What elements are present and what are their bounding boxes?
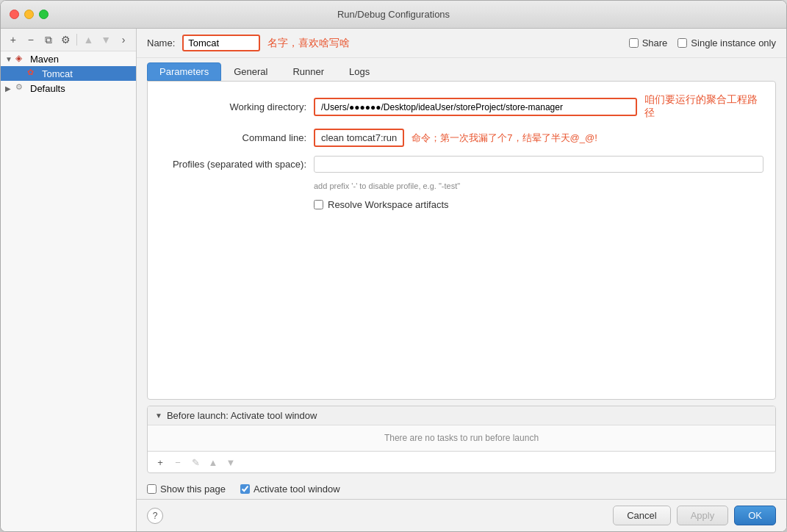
- command-line-input-wrap: clean tomcat7:run: [314, 129, 404, 147]
- name-input-wrap: [182, 35, 260, 51]
- resolve-workspace-label[interactable]: Resolve Workspace artifacts: [328, 199, 449, 210]
- activate-tool-label[interactable]: Activate tool window: [254, 484, 340, 495]
- before-launch-remove-button[interactable]: −: [170, 454, 186, 470]
- maven-icon: ◈: [15, 53, 27, 65]
- name-row: Name: 名字，喜欢啥写啥 Share Single instance onl…: [137, 29, 786, 58]
- ok-button[interactable]: OK: [734, 506, 776, 525]
- sidebar-maven-label: Maven: [30, 54, 59, 65]
- working-directory-input-wrap: [314, 98, 637, 116]
- tab-general[interactable]: General: [221, 62, 280, 81]
- share-checkbox-group: Share: [629, 37, 668, 48]
- before-launch-edit-button[interactable]: ✎: [187, 454, 204, 470]
- window-title: Run/Debug Configurations: [337, 9, 450, 20]
- content-area: Name: 名字，喜欢啥写啥 Share Single instance onl…: [137, 29, 786, 531]
- before-launch-content: There are no tasks to run before launch …: [148, 425, 775, 472]
- sidebar: + − ⧉ ⚙ ▲ ▼ › ▼ ◈ Maven ✿ Tomcat ▶: [1, 29, 137, 531]
- before-launch-toolbar: + − ✎ ▲ ▼: [148, 451, 775, 472]
- single-instance-label[interactable]: Single instance only: [691, 37, 776, 48]
- title-bar: Run/Debug Configurations: [1, 1, 786, 29]
- sidebar-item-defaults[interactable]: ▶ ⚙ Defaults: [1, 81, 136, 96]
- command-line-value: clean tomcat7:run: [321, 132, 397, 143]
- profiles-input[interactable]: [314, 156, 763, 173]
- more-button[interactable]: ›: [115, 32, 132, 48]
- bottom-options: Show this page Activate tool window: [137, 479, 786, 499]
- single-instance-checkbox[interactable]: [678, 38, 687, 48]
- before-launch-section: ▼ Before launch: Activate tool window Th…: [147, 406, 776, 473]
- working-directory-annotation: 咱们要运行的聚合工程路径: [644, 93, 763, 120]
- maximize-button[interactable]: [39, 10, 48, 19]
- sidebar-item-maven[interactable]: ▼ ◈ Maven: [1, 51, 136, 66]
- sidebar-toolbar: + − ⧉ ⚙ ▲ ▼ ›: [1, 29, 136, 51]
- help-button[interactable]: ?: [147, 508, 163, 524]
- add-config-button[interactable]: +: [5, 32, 21, 48]
- close-button[interactable]: [10, 10, 19, 19]
- tab-logs[interactable]: Logs: [337, 62, 382, 81]
- command-line-row: Command line: clean tomcat7:run 命令；第一次我漏…: [159, 129, 763, 147]
- main-layout: + − ⧉ ⚙ ▲ ▼ › ▼ ◈ Maven ✿ Tomcat ▶: [1, 29, 786, 531]
- sidebar-defaults-label: Defaults: [30, 83, 65, 94]
- show-page-checkbox-group: Show this page: [147, 484, 226, 495]
- cancel-button[interactable]: Cancel: [613, 506, 670, 525]
- working-directory-field-group: 咱们要运行的聚合工程路径: [314, 93, 763, 120]
- name-annotation: 名字，喜欢啥写啥: [267, 37, 350, 50]
- minimize-button[interactable]: [24, 10, 34, 19]
- header-checkboxes: Share Single instance only: [629, 37, 776, 48]
- sidebar-separator: [76, 34, 77, 46]
- traffic-lights: [10, 10, 48, 19]
- form-area: Working directory: 咱们要运行的聚合工程路径 Command …: [147, 81, 776, 400]
- show-page-checkbox[interactable]: [147, 484, 157, 494]
- share-checkbox[interactable]: [629, 38, 639, 48]
- working-directory-row: Working directory: 咱们要运行的聚合工程路径: [159, 93, 763, 120]
- apply-button[interactable]: Apply: [677, 506, 729, 525]
- footer: ? Cancel Apply OK: [137, 499, 786, 531]
- settings-config-button[interactable]: ⚙: [58, 32, 74, 48]
- tab-parameters[interactable]: Parameters: [147, 62, 221, 81]
- tab-runner[interactable]: Runner: [280, 62, 337, 81]
- single-instance-checkbox-group: Single instance only: [678, 37, 776, 48]
- before-launch-title: Before launch: Activate tool window: [167, 410, 317, 421]
- profiles-hint: add prefix '-' to disable profile, e.g. …: [159, 181, 763, 190]
- share-label[interactable]: Share: [642, 37, 668, 48]
- before-launch-up-button[interactable]: ▲: [205, 454, 221, 470]
- before-launch-add-button[interactable]: +: [152, 454, 168, 470]
- before-launch-down-button[interactable]: ▼: [223, 454, 239, 470]
- resolve-workspace-row: Resolve Workspace artifacts: [159, 199, 763, 210]
- before-launch-arrow-icon: ▼: [155, 411, 162, 420]
- move-down-button[interactable]: ▼: [98, 32, 114, 48]
- command-line-field-group: clean tomcat7:run 命令；第一次我漏了个7，结晕了半天@_@!: [314, 129, 763, 147]
- activate-tool-checkbox[interactable]: [240, 484, 250, 494]
- remove-config-button[interactable]: −: [23, 32, 39, 48]
- name-input[interactable]: [188, 37, 254, 48]
- resolve-workspace-checkbox[interactable]: [314, 200, 323, 209]
- sidebar-tomcat-label: Tomcat: [42, 68, 73, 79]
- tabs-row: Parameters General Runner Logs: [137, 58, 786, 81]
- show-page-label[interactable]: Show this page: [160, 484, 226, 495]
- activate-tool-checkbox-group: Activate tool window: [240, 484, 340, 495]
- profiles-row: Profiles (separated with space):: [159, 156, 763, 173]
- name-label: Name:: [147, 37, 175, 48]
- sidebar-item-tomcat[interactable]: ✿ Tomcat: [1, 66, 136, 81]
- working-directory-input[interactable]: [321, 102, 630, 112]
- maven-arrow-icon: ▼: [5, 55, 15, 63]
- profiles-label: Profiles (separated with space):: [159, 159, 306, 170]
- run-debug-configurations-window: Run/Debug Configurations + − ⧉ ⚙ ▲ ▼ › ▼…: [0, 0, 787, 532]
- copy-config-button[interactable]: ⧉: [40, 32, 57, 48]
- working-directory-label: Working directory:: [159, 101, 306, 112]
- command-line-annotation: 命令；第一次我漏了个7，结晕了半天@_@!: [412, 132, 597, 145]
- before-launch-header[interactable]: ▼ Before launch: Activate tool window: [148, 406, 775, 425]
- move-up-button[interactable]: ▲: [80, 32, 96, 48]
- defaults-arrow-icon: ▶: [5, 85, 15, 93]
- command-line-label: Command line:: [159, 132, 306, 143]
- tasks-empty-message: There are no tasks to run before launch: [148, 425, 775, 451]
- tomcat-icon: ✿: [27, 68, 39, 79]
- defaults-icon: ⚙: [15, 82, 27, 94]
- form-spacer: [159, 219, 763, 387]
